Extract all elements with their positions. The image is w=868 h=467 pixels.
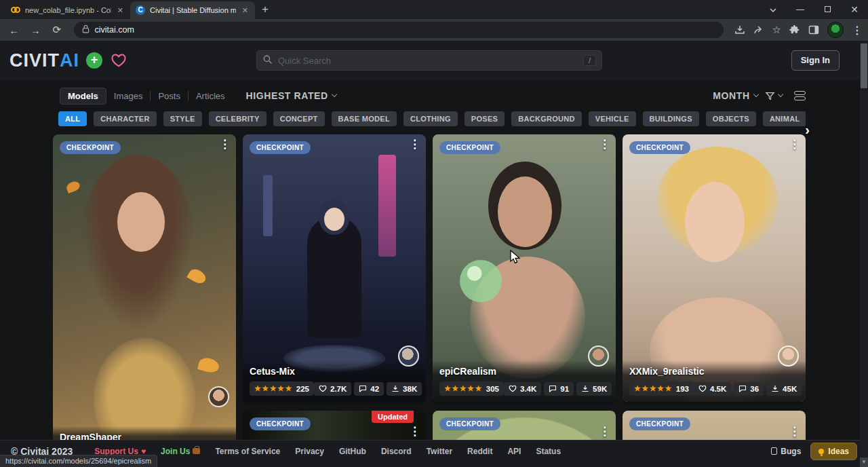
quick-search[interactable]: / [256, 50, 602, 71]
model-type-badge: CHECKPOINT [250, 141, 311, 154]
tab-civitai[interactable]: C Civitai | Stable Diffusion models, ✕ [130, 1, 255, 19]
reload-button[interactable]: ⟳ [48, 24, 66, 36]
rating-pill: ★★★★★225 [250, 381, 314, 396]
search-shortcut-key: / [583, 55, 596, 66]
tab-articles[interactable]: Articles [189, 88, 233, 104]
share-icon[interactable] [753, 24, 764, 35]
filter-chip-buildings[interactable]: BUILDINGS [643, 111, 699, 126]
chevron-down-icon [753, 92, 759, 98]
layout-toggle-button[interactable] [794, 91, 806, 100]
scrollbar-down-arrow[interactable]: ▼ [860, 457, 868, 467]
creator-avatar[interactable] [778, 345, 799, 367]
favorites-heart-icon[interactable] [111, 53, 127, 68]
chips-scroll-right-icon[interactable]: › [805, 122, 810, 138]
filter-chip-clothing[interactable]: CLOTHING [403, 111, 458, 126]
card-menu-icon[interactable]: ⋮ [599, 138, 610, 150]
filter-chip-all[interactable]: ALL [58, 111, 87, 126]
model-card-partial[interactable]: Updated CHECKPOINT ⋮ [243, 411, 426, 440]
bugs-button[interactable]: Bugs [771, 447, 801, 456]
close-button[interactable]: ✕ [841, 4, 868, 15]
content-nav-row: Models Images Posts Articles HIGHEST RAT… [60, 87, 806, 105]
tab-title: Civitai | Stable Diffusion models, [150, 6, 236, 14]
filter-chip-celebrity[interactable]: CELEBRITY [209, 111, 267, 126]
model-card-partial[interactable]: CHECKPOINT ⋮ [623, 411, 806, 440]
page-scrollbar[interactable]: ▼ [860, 41, 868, 467]
footer-link-discord[interactable]: Discord [381, 447, 412, 456]
footer-link-join-us[interactable]: Join Us [161, 447, 200, 456]
extensions-puzzle-icon[interactable] [789, 24, 800, 35]
tab-title: new_colab_file.ipynb - Colaborat [25, 6, 111, 14]
footer-link-reddit[interactable]: Reddit [467, 447, 492, 456]
card-menu-icon[interactable]: ⋮ [599, 426, 610, 437]
tab-images[interactable]: Images [106, 88, 151, 104]
tab-close-icon[interactable]: ✕ [116, 6, 125, 15]
side-panel-icon[interactable] [808, 24, 819, 35]
filter-chip-character[interactable]: CHARACTER [94, 111, 156, 126]
profile-avatar[interactable] [827, 22, 844, 38]
creator-avatar[interactable] [588, 345, 609, 367]
likes-pill: 4.5K [694, 382, 731, 396]
star-icons: ★★★★★ [634, 384, 673, 393]
filter-chip-animal[interactable]: ANIMAL [763, 111, 806, 126]
card-menu-icon[interactable]: ⋮ [789, 138, 800, 150]
model-card-epicrealism[interactable]: CHECKPOINT ⋮ epiCRealism ★★★★★305 3.4K 9… [433, 134, 616, 402]
rating-pill: ★★★★★305 [439, 381, 504, 396]
star-icons: ★★★★★ [254, 384, 293, 393]
model-card-dreamshaper[interactable]: CHECKPOINT ⋮ DreamShaper [53, 134, 236, 440]
card-menu-icon[interactable]: ⋮ [789, 426, 800, 437]
filter-funnel-button[interactable] [764, 90, 783, 102]
minimize-button[interactable]: — [787, 5, 814, 14]
footer-link-github[interactable]: GitHub [339, 447, 366, 456]
period-dropdown[interactable]: MONTH [713, 90, 758, 101]
tab-close-icon[interactable]: ✕ [241, 6, 250, 15]
likes-pill: 2.7K [314, 382, 351, 396]
model-card-xxmix-9realistic[interactable]: CHECKPOINT ⋮ XXMix_9realistic ★★★★★193 4… [623, 134, 806, 402]
filter-chip-poses[interactable]: POSES [465, 111, 505, 126]
scrollbar-thumb[interactable] [861, 43, 867, 88]
forward-button[interactable]: → [27, 24, 45, 36]
bookmark-star-icon[interactable]: ☆ [772, 24, 781, 36]
model-card-cetus-mix[interactable]: CHECKPOINT ⋮ Cetus-Mix ★★★★★225 2.7K 42 … [243, 134, 426, 402]
browser-menu-icon[interactable]: ⋮ [852, 24, 863, 37]
footer-link-status[interactable]: Status [536, 447, 561, 456]
back-button[interactable]: ← [5, 24, 23, 36]
category-filter-bar: ALL CHARACTER STYLE CELEBRITY CONCEPT BA… [58, 111, 806, 126]
card-menu-icon[interactable]: ⋮ [409, 138, 420, 150]
search-input[interactable] [278, 56, 578, 66]
card-info: XXMix_9realistic ★★★★★193 4.5K 36 45K [623, 360, 806, 402]
footer-link-twitter[interactable]: Twitter [427, 447, 452, 456]
creator-avatar[interactable] [398, 345, 419, 367]
maximize-button[interactable] [814, 5, 841, 14]
filter-chip-style[interactable]: STYLE [163, 111, 202, 126]
download-icon [581, 385, 589, 392]
card-menu-icon[interactable]: ⋮ [219, 138, 231, 150]
browser-tab-strip: new_colab_file.ipynb - Colaborat ✕ C Civ… [0, 0, 868, 19]
create-plus-button[interactable]: + [86, 52, 102, 69]
tab-models[interactable]: Models [60, 88, 106, 105]
filter-chip-base-model[interactable]: BASE MODEL [332, 111, 397, 126]
downloads-count: 59K [593, 385, 607, 393]
install-icon[interactable] [734, 24, 745, 35]
downloads-count: 38K [403, 385, 417, 393]
heart-icon [509, 385, 517, 392]
footer-link-terms[interactable]: Terms of Service [215, 447, 280, 456]
filter-chip-vehicle[interactable]: VEHICLE [589, 111, 636, 126]
ideas-button[interactable]: Ideas [810, 443, 857, 460]
civitai-logo[interactable]: CIVITAI [9, 50, 79, 71]
model-card-partial[interactable]: CHECKPOINT ⋮ [433, 411, 616, 440]
filter-chip-concept[interactable]: CONCEPT [273, 111, 325, 126]
tab-search-icon[interactable] [760, 5, 787, 14]
footer-link-api[interactable]: API [507, 447, 521, 456]
address-bar[interactable]: civitai.com [74, 22, 724, 38]
card-menu-icon[interactable]: ⋮ [409, 426, 420, 437]
filter-chip-objects[interactable]: OBJECTS [706, 111, 756, 126]
filter-chip-background[interactable]: BACKGROUND [511, 111, 582, 126]
sort-dropdown[interactable]: HIGHEST RATED [246, 90, 336, 101]
footer-link-privacy[interactable]: Privacy [295, 447, 324, 456]
creator-avatar[interactable] [208, 386, 229, 407]
tab-posts[interactable]: Posts [151, 88, 188, 104]
tab-colab[interactable]: new_colab_file.ipynb - Colaborat ✕ [5, 1, 130, 19]
sign-in-button[interactable]: Sign In [791, 50, 840, 71]
bug-icon [771, 447, 777, 455]
new-tab-button[interactable]: + [262, 3, 269, 16]
